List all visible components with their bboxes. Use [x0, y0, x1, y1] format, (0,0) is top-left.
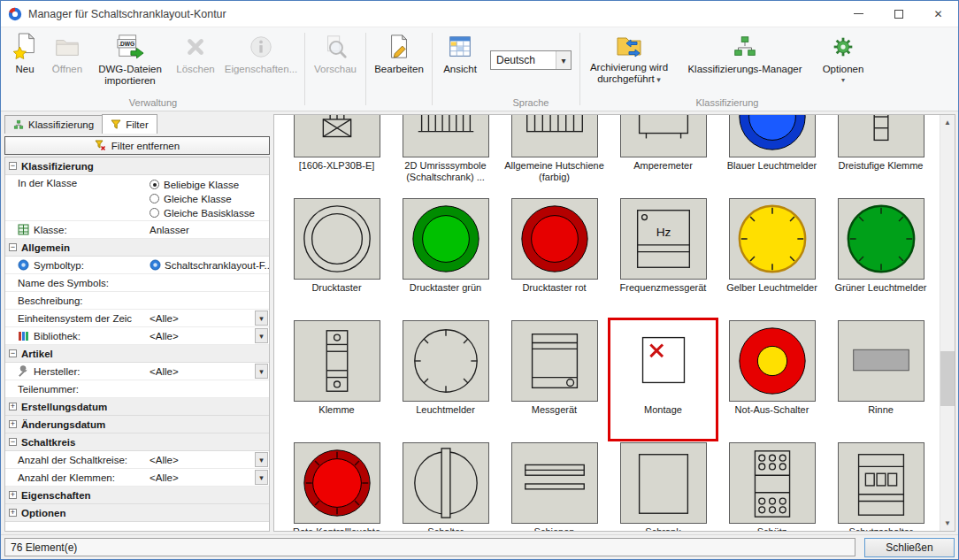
section-eigenschaften[interactable]: Eigenschaften: [5, 487, 269, 504]
tile-montage[interactable]: Montage: [609, 318, 717, 441]
section-erstellungsdatum[interactable]: Erstellungsdatum: [5, 398, 269, 416]
section-optionen[interactable]: Optionen: [5, 504, 269, 522]
tile-label: Schalter: [427, 526, 463, 531]
maximize-button[interactable]: [878, 1, 918, 27]
expand-icon[interactable]: [9, 491, 17, 499]
language-select[interactable]: Deutsch: [490, 50, 572, 70]
section-artikel[interactable]: Artikel: [5, 345, 269, 363]
oeffnen-button[interactable]: Öffnen: [45, 29, 89, 96]
tile-schienen[interactable]: Schienen: [500, 441, 609, 531]
section-aenderungsdatum[interactable]: Änderungsdatum: [5, 416, 269, 433]
section-label: Erstellungsdatum: [21, 402, 107, 412]
chevron-down-icon[interactable]: [255, 470, 268, 485]
ansicht-button[interactable]: Ansicht: [435, 29, 485, 96]
scroll-down-arrow-icon[interactable]: [940, 516, 955, 531]
dwg-import-button[interactable]: .DWG DWG-Dateien importieren: [89, 29, 171, 96]
anzahl-klemmen-select[interactable]: <Alle>: [145, 469, 269, 486]
tile-schalter[interactable]: Schalter: [391, 441, 500, 531]
optionen-button[interactable]: Optionen ▾: [815, 29, 871, 96]
tile-amperemeter[interactable]: Amperemeter: [609, 115, 717, 196]
tile-dreistufige-klemme[interactable]: Dreistufige Klemme: [826, 115, 935, 196]
beschreibung-input[interactable]: [145, 292, 269, 309]
vertical-scrollbar[interactable]: [940, 115, 955, 531]
org-chart-icon: [13, 119, 24, 130]
chevron-down-icon[interactable]: [255, 328, 268, 343]
symboltyp-value[interactable]: Schaltschranklayout-F...: [145, 257, 269, 273]
vorschau-button[interactable]: Vorschau: [308, 29, 363, 96]
scrollbar-track[interactable]: [940, 130, 955, 516]
tab-filter[interactable]: Filter: [102, 114, 157, 134]
push-button-icon: [295, 200, 380, 278]
collapse-icon[interactable]: [9, 243, 17, 251]
app-logo-icon: [8, 7, 22, 21]
cable-duct-icon: [839, 322, 924, 400]
eigenschaften-button-label: Eigenschaften...: [225, 64, 297, 75]
section-schaltkreis[interactable]: Schaltkreis: [5, 433, 269, 451]
scrollbar-thumb[interactable]: [940, 351, 955, 406]
collapse-icon[interactable]: [9, 349, 17, 357]
section-allgemein[interactable]: Allgemein: [5, 239, 269, 257]
teilenummer-input[interactable]: [145, 380, 269, 397]
radio-gleiche-basisklasse[interactable]: Gleiche Basisklasse: [150, 206, 255, 219]
bibliothek-value: <Alle>: [150, 331, 179, 341]
klassifizierungs-manager-button[interactable]: Klassifizierungs-Manager: [675, 29, 815, 96]
tile-2d-umrisssymbole[interactable]: 2D Umrisssymbole (Schaltschrank) ...: [391, 115, 500, 196]
row-beschreibung: Beschreibung:: [5, 292, 269, 310]
tile-messgeraet[interactable]: Messgerät: [500, 318, 609, 441]
tile-leuchtmelder[interactable]: Leuchtmelder: [391, 318, 500, 441]
tile-schuetz[interactable]: Schütz: [717, 441, 826, 531]
tile-gelber-leuchtmelder[interactable]: Gelber Leuchtmelder: [717, 196, 826, 318]
toolbar-group-klassifizierung: Archivierung wird durchgeführt Klassifiz…: [583, 29, 871, 111]
schliessen-button[interactable]: Schließen: [864, 538, 955, 557]
tile-not-aus-schalter[interactable]: Not-Aus-Schalter: [717, 318, 826, 441]
chevron-down-icon[interactable]: [255, 364, 268, 379]
scroll-up-arrow-icon[interactable]: [940, 115, 955, 130]
collapse-icon[interactable]: [9, 162, 17, 170]
green-indicator-light-icon: [839, 200, 924, 278]
expand-icon[interactable]: [9, 420, 17, 428]
einheitensystem-select[interactable]: <Alle>: [145, 310, 269, 326]
tile-1606-xlp30b-e[interactable]: [1606-XLP30B-E]: [282, 115, 391, 196]
tile-gruener-leuchtmelder[interactable]: Grüner Leuchtmelder: [826, 196, 935, 318]
tile-drucktaster[interactable]: Drucktaster: [282, 196, 391, 318]
expand-icon[interactable]: [9, 509, 17, 517]
klasse-value[interactable]: Anlasser: [145, 221, 269, 238]
tab-klassifizierung[interactable]: Klassifizierung: [4, 115, 103, 134]
hersteller-select[interactable]: <Alle>: [145, 363, 269, 380]
tile-frequenzmessgeraet[interactable]: Hz Frequenzmessgerät: [609, 196, 717, 318]
tile-blauer-leuchtmelder[interactable]: Blauer Leuchtmelder: [717, 115, 826, 196]
anzahl-schaltkreise-select[interactable]: <Alle>: [145, 451, 269, 468]
tile-schutzschalter[interactable]: Schutzschalter: [826, 441, 935, 531]
radio-beliebige-klasse[interactable]: Beliebige Klasse: [150, 178, 239, 191]
remove-filter-button[interactable]: Filter entfernen: [4, 136, 270, 155]
loeschen-button[interactable]: Löschen: [171, 29, 220, 96]
neu-button[interactable]: Neu: [4, 29, 45, 96]
tile-label: Frequenzmessgerät: [620, 282, 707, 294]
eigenschaften-button[interactable]: Eigenschaften...: [220, 29, 302, 96]
close-button[interactable]: [918, 1, 958, 27]
tile-klemme[interactable]: Klemme: [282, 318, 391, 441]
tile-rinne[interactable]: Rinne: [826, 318, 935, 441]
tile-label: Leuchtmelder: [416, 404, 475, 416]
collapse-icon[interactable]: [9, 438, 17, 446]
tile-drucktaster-rot[interactable]: Drucktaster rot: [500, 196, 609, 318]
archivierung-button[interactable]: Archivierung wird durchgeführt: [583, 29, 675, 96]
tile-rote-kontrollleuchte[interactable]: Rote Kontrollleuchte: [282, 441, 391, 531]
chevron-down-icon[interactable]: [255, 311, 268, 326]
minimize-button[interactable]: [839, 1, 878, 27]
bearbeiten-button[interactable]: Bearbeiten: [369, 29, 429, 96]
tile-schrank[interactable]: Schrank: [609, 441, 717, 531]
chevron-down-icon[interactable]: [556, 51, 571, 69]
name-des-symbols-input[interactable]: [145, 274, 269, 291]
tile-allgemeine-hutschiene[interactable]: Allgemeine Hutschiene (farbig): [500, 115, 609, 196]
toolbar-group-sprache: Deutsch Sprache: [485, 29, 577, 111]
bibliothek-select[interactable]: <Alle>: [145, 327, 269, 344]
element-count-text: 76 Element(e): [11, 541, 77, 554]
row-einheitensystem: Einheitensystem der Zeic <Alle>: [5, 310, 269, 327]
expand-icon[interactable]: [9, 403, 17, 410]
radio-gleiche-klasse[interactable]: Gleiche Klasse: [150, 192, 232, 205]
section-klassifizierung[interactable]: Klassifizierung: [5, 157, 269, 175]
row-symboltyp: Symboltyp: Schaltschranklayout-F...: [5, 257, 269, 274]
chevron-down-icon[interactable]: [255, 452, 268, 467]
tile-drucktaster-gruen[interactable]: Drucktaster grün: [391, 196, 500, 318]
